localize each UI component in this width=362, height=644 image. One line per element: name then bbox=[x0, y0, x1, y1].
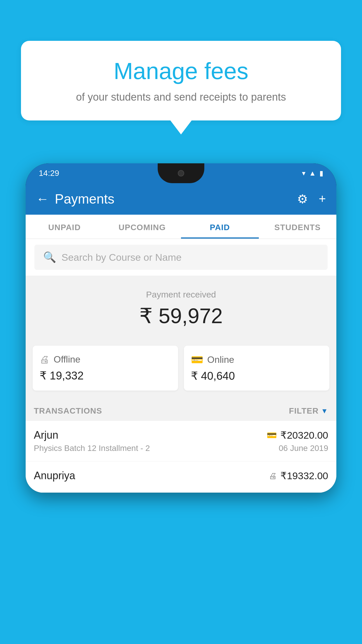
transaction-date: 06 June 2019 bbox=[279, 444, 328, 453]
tab-upcoming[interactable]: UPCOMING bbox=[103, 215, 181, 239]
payment-cards: 🖨 Offline ₹ 19,332 💳 Online ₹ 40,640 bbox=[26, 346, 336, 399]
transaction-amount: ₹19332.00 bbox=[280, 470, 328, 482]
camera-dot bbox=[178, 170, 184, 176]
transaction-detail: Physics Batch 12 Installment - 2 bbox=[34, 444, 150, 453]
transaction-name: Arjun bbox=[34, 429, 58, 441]
search-icon: 🔍 bbox=[43, 251, 56, 263]
transaction-bottom: Physics Batch 12 Installment - 2 06 June… bbox=[34, 444, 328, 453]
payment-amount: ₹ 59,972 bbox=[34, 304, 328, 328]
transaction-top: Arjun 💳 ₹20320.00 bbox=[34, 429, 328, 441]
filter-button[interactable]: FILTER ▼ bbox=[289, 406, 328, 416]
transaction-amount-wrapper: 🖨 ₹19332.00 bbox=[269, 470, 328, 482]
offline-icon: 🖨 bbox=[40, 354, 50, 365]
notch bbox=[158, 163, 204, 183]
transaction-amount-wrapper: 💳 ₹20320.00 bbox=[267, 429, 328, 441]
transaction-name: Anupriya bbox=[34, 470, 75, 482]
battery-icon: ▮ bbox=[319, 169, 323, 177]
signal-icon: ▲ bbox=[309, 169, 316, 177]
phone-frame: 14:29 ▾ ▲ ▮ ← Payments ⚙ + UNPAID UPCOMI… bbox=[26, 163, 336, 493]
online-amount: ₹ 40,640 bbox=[191, 370, 322, 382]
bubble-subtitle: of your students and send receipts to pa… bbox=[36, 90, 326, 104]
transaction-row[interactable]: Anupriya 🖨 ₹19332.00 bbox=[26, 461, 336, 493]
status-bar: 14:29 ▾ ▲ ▮ bbox=[26, 163, 336, 183]
offline-card-header: 🖨 Offline bbox=[40, 354, 171, 365]
online-icon: 💳 bbox=[191, 354, 203, 365]
transactions-header: TRANSACTIONS FILTER ▼ bbox=[26, 399, 336, 421]
filter-icon: ▼ bbox=[321, 407, 328, 415]
wifi-icon: ▾ bbox=[302, 169, 305, 177]
tab-unpaid[interactable]: UNPAID bbox=[26, 215, 103, 239]
tab-paid[interactable]: PAID bbox=[181, 215, 259, 239]
online-card-header: 💳 Online bbox=[191, 354, 322, 365]
header-actions: ⚙ + bbox=[297, 192, 326, 206]
add-button[interactable]: + bbox=[319, 192, 326, 206]
page-title: Payments bbox=[55, 191, 291, 207]
bubble-title: Manage fees bbox=[36, 58, 326, 84]
payment-received-label: Payment received bbox=[34, 290, 328, 300]
speech-bubble: Manage fees of your students and send re… bbox=[21, 41, 341, 120]
payment-summary: Payment received ₹ 59,972 bbox=[26, 278, 336, 346]
transaction-row[interactable]: Arjun 💳 ₹20320.00 Physics Batch 12 Insta… bbox=[26, 421, 336, 461]
online-label: Online bbox=[207, 354, 234, 365]
online-payment-card: 💳 Online ₹ 40,640 bbox=[184, 346, 329, 391]
back-button[interactable]: ← bbox=[36, 192, 49, 206]
tab-students[interactable]: STUDENTS bbox=[259, 215, 337, 239]
search-bar-container: 🔍 Search by Course or Name bbox=[26, 239, 336, 276]
speech-bubble-container: Manage fees of your students and send re… bbox=[21, 41, 341, 120]
transaction-top: Anupriya 🖨 ₹19332.00 bbox=[34, 470, 328, 482]
offline-amount: ₹ 19,332 bbox=[40, 369, 171, 382]
status-icons: ▾ ▲ ▮ bbox=[302, 169, 323, 177]
settings-icon[interactable]: ⚙ bbox=[297, 192, 308, 206]
transaction-amount: ₹20320.00 bbox=[280, 429, 328, 441]
phone-wrapper: 14:29 ▾ ▲ ▮ ← Payments ⚙ + UNPAID UPCOMI… bbox=[26, 163, 336, 644]
offline-payment-card: 🖨 Offline ₹ 19,332 bbox=[33, 346, 178, 391]
filter-text: FILTER bbox=[289, 406, 319, 416]
tabs-bar: UNPAID UPCOMING PAID STUDENTS bbox=[26, 215, 336, 239]
card-payment-icon: 💳 bbox=[267, 430, 277, 440]
search-placeholder: Search by Course or Name bbox=[61, 252, 182, 263]
transactions-label: TRANSACTIONS bbox=[34, 406, 102, 416]
offline-payment-icon: 🖨 bbox=[269, 471, 277, 481]
status-time: 14:29 bbox=[39, 169, 59, 178]
offline-label: Offline bbox=[54, 354, 80, 365]
phone-screen: 🔍 Search by Course or Name Payment recei… bbox=[26, 239, 336, 493]
search-bar[interactable]: 🔍 Search by Course or Name bbox=[34, 245, 328, 270]
app-header: ← Payments ⚙ + bbox=[26, 183, 336, 215]
